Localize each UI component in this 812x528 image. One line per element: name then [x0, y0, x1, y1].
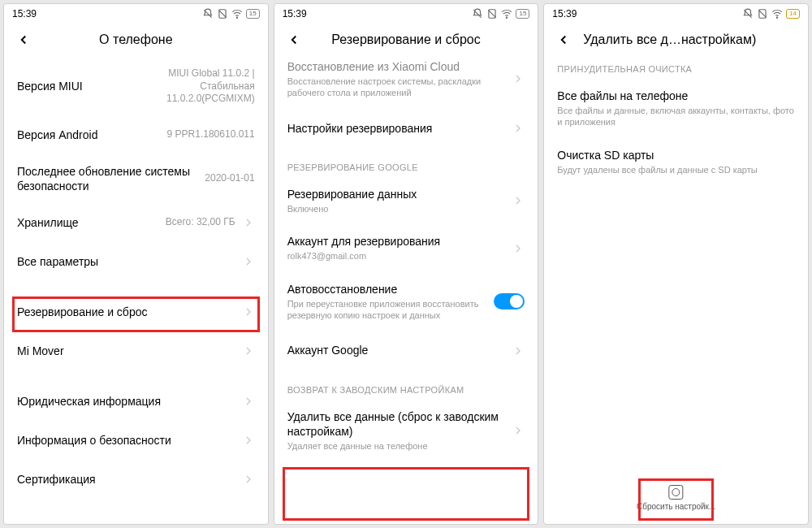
chevron-right-icon	[512, 72, 525, 85]
row-label: Восстановление из Xiaomi Cloud	[287, 59, 506, 74]
row-sub: Восстановление настроек системы, расклад…	[287, 76, 506, 99]
row-label: Юридическая информация	[17, 394, 235, 409]
row-label: Аккаунт для резервирования	[287, 234, 506, 249]
row-sub: Удаляет все данные на телефоне	[287, 440, 506, 452]
phone-screen-about: 15:39 15 О телефоне Версия MIUI MIUI Glo…	[3, 3, 269, 525]
svg-point-5	[507, 17, 508, 18]
row-data-backup[interactable]: Резервирование данных Включено	[274, 177, 538, 224]
status-time: 15:39	[283, 8, 307, 19]
chevron-right-icon	[512, 194, 525, 207]
row-all-params[interactable]: Все параметры	[4, 242, 268, 281]
status-time: 15:39	[552, 8, 577, 19]
dnd-icon	[742, 8, 754, 19]
row-label: Очистка SD карты	[557, 148, 795, 162]
row-label: Резервирование данных	[287, 187, 506, 201]
svg-line-4	[489, 10, 496, 17]
highlight-delete-all	[283, 467, 530, 521]
row-sub: Будут удалены все файлы и данные с SD ка…	[557, 164, 795, 175]
chevron-right-icon	[242, 434, 255, 447]
row-backup-account[interactable]: Аккаунт для резервирования rolk473@gmail…	[274, 224, 538, 271]
row-auto-restore[interactable]: Автовосстановление При переустановке при…	[274, 272, 538, 331]
toggle-auto-restore[interactable]	[494, 293, 525, 309]
row-label: Последнее обновление системы безопасност…	[17, 164, 198, 193]
back-button[interactable]	[286, 32, 302, 48]
dnd-icon	[202, 8, 214, 19]
section-google-backup: РЕЗЕРВИРОВАНИЕ GOOGLE	[274, 148, 538, 177]
wifi-icon	[231, 8, 243, 19]
wifi-icon	[501, 8, 512, 19]
reset-button-label: Сбросить настройк...	[637, 502, 715, 511]
row-label: Версия Android	[17, 128, 161, 142]
row-label: Информация о безопасности	[17, 433, 235, 448]
content-area: Восстановление из Xiaomi Cloud Восстанов…	[274, 58, 538, 524]
title-bar: Резервирование и сброс	[274, 24, 538, 58]
chevron-right-icon	[242, 395, 255, 408]
dnd-icon	[472, 8, 483, 19]
row-sd-card[interactable]: Очистка SD карты Будут удалены все файлы…	[544, 138, 808, 185]
nosim-icon	[217, 8, 228, 19]
phone-screen-delete: 15:39 14 Удалить все д…настройкам) ПРИНУ…	[543, 3, 809, 525]
chevron-right-icon	[242, 305, 255, 318]
row-sub: rolk473@gmail.com	[287, 250, 506, 262]
chevron-right-icon	[242, 344, 255, 357]
row-backup-reset[interactable]: Резервирование и сброс	[4, 292, 268, 331]
battery-icon: 14	[786, 9, 800, 19]
status-icons: 15	[202, 8, 260, 19]
status-bar: 15:39 15	[4, 4, 268, 24]
battery-icon: 15	[516, 9, 529, 19]
row-google-account[interactable]: Аккаунт Google	[274, 331, 538, 370]
row-backup-settings[interactable]: Настройки резервирования	[274, 109, 538, 148]
row-label: Аккаунт Google	[287, 343, 506, 357]
row-value: MIUI Global 11.0.2 | Стабильная 11.0.2.0…	[141, 67, 255, 106]
section-factory-reset: ВОЗВРАТ К ЗАВОДСКИМ НАСТРОЙКАМ	[274, 370, 538, 400]
row-label: Все параметры	[17, 254, 235, 269]
reset-settings-button[interactable]: Сбросить настройк...	[630, 480, 722, 516]
nosim-icon	[757, 8, 768, 19]
row-sub: Включено	[287, 203, 506, 214]
chevron-right-icon	[242, 216, 255, 229]
back-button[interactable]	[15, 32, 32, 48]
row-label: Все файлы на телефоне	[557, 89, 795, 103]
row-security-update[interactable]: Последнее обновление системы безопасност…	[4, 154, 268, 203]
svg-point-8	[777, 17, 778, 18]
row-delete-all[interactable]: Удалить все данные (сброс к заводским на…	[274, 400, 538, 462]
title-bar: О телефоне	[4, 24, 268, 58]
row-label: Удалить все данные (сброс к заводским на…	[287, 409, 506, 439]
status-icons: 14	[742, 8, 800, 19]
row-label: Настройки резервирования	[287, 121, 506, 136]
row-label: Сертификация	[17, 472, 235, 487]
back-button[interactable]	[555, 32, 572, 48]
row-legal[interactable]: Юридическая информация	[4, 382, 268, 421]
section-force-clear: ПРИНУДИТЕЛЬНАЯ ОЧИСТКА	[544, 58, 808, 79]
row-android-version[interactable]: Версия Android 9 PPR1.180610.011	[4, 115, 268, 154]
battery-icon: 15	[246, 9, 260, 19]
chevron-right-icon	[512, 344, 525, 357]
row-certification[interactable]: Сертификация	[4, 460, 268, 499]
content-area: Версия MIUI MIUI Global 11.0.2 | Стабиль…	[4, 58, 268, 524]
row-all-files[interactable]: Все файлы на телефоне Все файлы и данные…	[544, 79, 808, 138]
nosim-icon	[486, 8, 498, 19]
chevron-right-icon	[512, 122, 525, 135]
content-area: ПРИНУДИТЕЛЬНАЯ ОЧИСТКА Все файлы на теле…	[544, 58, 808, 524]
page-title: Резервирование и сброс	[310, 32, 503, 47]
row-xiaomi-cloud[interactable]: Восстановление из Xiaomi Cloud Восстанов…	[274, 58, 538, 109]
row-value: 2020-01-01	[205, 172, 254, 185]
row-miui-version[interactable]: Версия MIUI MIUI Global 11.0.2 | Стабиль…	[4, 58, 268, 115]
status-bar: 15:39 14	[544, 4, 808, 24]
row-label: Версия MIUI	[17, 79, 135, 93]
row-value: Всего: 32,00 ГБ	[166, 216, 235, 229]
status-time: 15:39	[12, 8, 37, 19]
phone-screen-backup: 15:39 15 Резервирование и сброс Восстано…	[274, 3, 539, 525]
page-title: О телефоне	[40, 32, 232, 47]
row-mi-mover[interactable]: Mi Mover	[4, 331, 268, 370]
row-security-info[interactable]: Информация о безопасности	[4, 421, 268, 460]
page-title: Удалить все д…настройкам)	[583, 32, 797, 47]
status-icons: 15	[472, 8, 529, 19]
wifi-icon	[771, 8, 783, 19]
reset-icon	[669, 485, 684, 500]
chevron-right-icon	[512, 242, 525, 255]
row-sub: Все файлы и данные, включая аккаунты, ко…	[557, 105, 795, 128]
row-storage[interactable]: Хранилище Всего: 32,00 ГБ	[4, 203, 268, 242]
row-label: Хранилище	[17, 215, 159, 230]
svg-line-1	[218, 10, 226, 17]
